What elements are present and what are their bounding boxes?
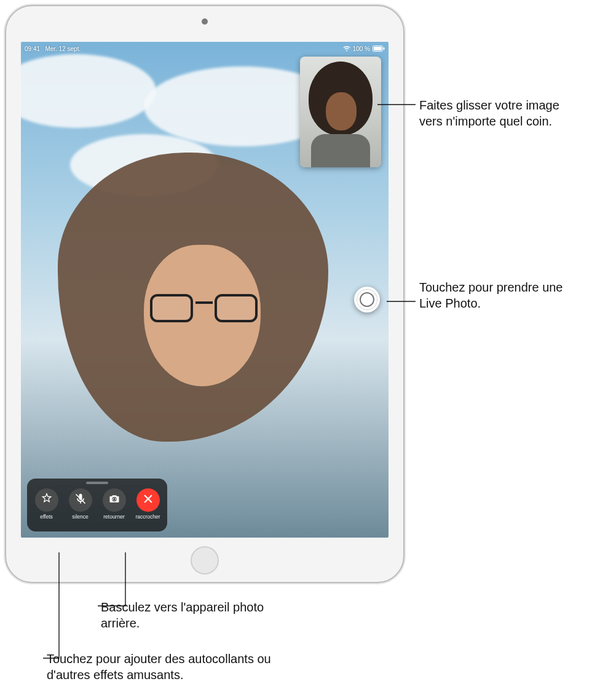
status-bar: 09:41 Mer. 12 sept. 100 % [25,43,385,54]
live-photo-icon [357,289,377,310]
callout-effects: Touchez pour ajouter des autocollants ou… [47,651,317,683]
pip-person-face [326,92,357,130]
svg-rect-2 [384,47,385,50]
callout-pip-drag: Faites glisser votre image vers n'import… [419,97,585,129]
status-date: Mer. 12 sept. [45,46,81,52]
mic-off-icon [74,493,87,507]
svg-rect-1 [374,47,382,50]
status-right: 100 % [343,46,385,52]
front-camera-dot [202,18,208,25]
end-call-button[interactable]: raccrocher [132,483,164,520]
effects-button[interactable]: effets [31,483,63,520]
status-left: 09:41 Mer. 12 sept. [25,46,81,52]
live-photo-button[interactable] [354,287,380,312]
flip-camera-button[interactable]: retourner [98,483,130,520]
camera-flip-icon [108,493,120,507]
callout-flip-camera: Basculez vers l'appareil photo arrière. [101,599,298,631]
self-view-pip[interactable] [300,57,381,167]
home-button[interactable] [191,546,219,575]
end-label: raccrocher [135,514,160,520]
status-time: 09:41 [25,46,40,52]
facetime-screen: 09:41 Mer. 12 sept. 100 % [21,42,389,538]
pip-person-body [311,134,370,167]
close-x-icon [143,493,154,507]
call-controls-panel[interactable]: effets silence retourner [27,479,167,531]
flip-label: retourner [103,514,125,520]
ipad-frame: 09:41 Mer. 12 sept. 100 % [5,5,405,583]
battery-full-icon [373,46,385,52]
wifi-icon [343,46,350,52]
mute-button[interactable]: silence [65,483,97,520]
battery-text: 100 % [353,46,370,52]
cloud-decoration [21,54,156,128]
star-effects-icon [41,493,53,507]
effects-label: effets [40,514,53,520]
mute-label: silence [72,514,88,520]
remote-person-glasses [150,294,258,324]
callout-live-photo: Touchez pour prendre une Live Photo. [419,279,579,311]
